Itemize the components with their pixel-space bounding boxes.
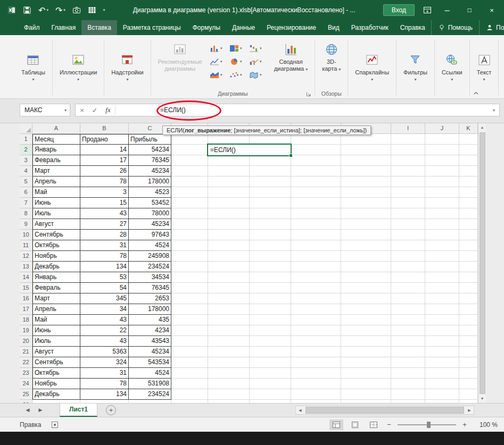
cell-c4[interactable]: 45234	[129, 166, 171, 177]
cell-h23[interactable]	[341, 368, 391, 379]
cell-b16[interactable]: 345	[80, 293, 129, 304]
cell-a10[interactable]: Сентябрь	[32, 230, 80, 240]
cell-i1[interactable]	[391, 134, 425, 145]
cell-h25[interactable]	[341, 389, 391, 400]
cell-a20[interactable]: Июль	[32, 336, 80, 347]
cell-a12[interactable]: Ноябрь	[32, 251, 80, 262]
cell-i24[interactable]	[391, 379, 425, 389]
cell-g11[interactable]	[291, 240, 341, 251]
cell-g8[interactable]	[291, 208, 341, 219]
insert-line-chart-button[interactable]: ▾	[209, 55, 228, 68]
cell-b25[interactable]: 134	[80, 389, 129, 400]
cell-k13[interactable]	[459, 262, 478, 272]
tab-page-layout[interactable]: Разметка страницы	[117, 20, 187, 35]
cell-j2[interactable]	[425, 145, 459, 155]
vertical-scrollbar-thumb[interactable]	[480, 132, 485, 394]
cell-i25[interactable]	[391, 389, 425, 400]
tell-me-button[interactable]: Помощь	[431, 20, 479, 35]
cell-j20[interactable]	[425, 336, 459, 347]
cell-j7[interactable]	[425, 198, 459, 208]
cell-b19[interactable]: 22	[80, 325, 129, 336]
cell-c5[interactable]: 178000	[129, 177, 171, 187]
formula-input[interactable]: =ЕСЛИ()	[160, 106, 186, 114]
cell-c15[interactable]: 76345	[129, 283, 171, 293]
row-header-6[interactable]: 6	[20, 187, 32, 198]
sign-in-button[interactable]: Вход	[383, 4, 415, 16]
cell-g25[interactable]	[291, 389, 341, 400]
cell-f19[interactable]	[250, 325, 291, 336]
cell-i4[interactable]	[391, 166, 425, 177]
cell-d6[interactable]	[171, 187, 208, 198]
row-header-2[interactable]: 2	[20, 145, 32, 155]
hscroll-left-button[interactable]: ◀	[296, 406, 304, 414]
cell-i6[interactable]	[391, 187, 425, 198]
cell-e9[interactable]	[208, 219, 250, 230]
cell-a13[interactable]: Декабрь	[32, 262, 80, 272]
cell-i2[interactable]	[391, 145, 425, 155]
row-header-3[interactable]: 3	[20, 155, 32, 166]
cell-a7[interactable]: Июнь	[32, 198, 80, 208]
cell-f13[interactable]	[250, 262, 291, 272]
cell-b4[interactable]: 26	[80, 166, 129, 177]
cell-c2[interactable]: 54234	[129, 145, 171, 155]
cell-f22[interactable]	[250, 357, 291, 368]
view-page-break-button[interactable]	[367, 419, 381, 430]
cell-i11[interactable]	[391, 240, 425, 251]
row-header-7[interactable]: 7	[20, 198, 32, 208]
formula-bar-splitter[interactable]	[70, 104, 75, 116]
name-box[interactable]: МАКС ▾	[20, 104, 70, 116]
row-header-23[interactable]: 23	[20, 368, 32, 379]
cell-c21[interactable]: 45234	[129, 347, 171, 357]
cell-d2[interactable]	[171, 145, 208, 155]
cell-c18[interactable]: 435	[129, 315, 171, 325]
cell-f24[interactable]	[250, 379, 291, 389]
cell-e8[interactable]	[208, 208, 250, 219]
cell-j18[interactable]	[425, 315, 459, 325]
cell-a5[interactable]: Апрель	[32, 177, 80, 187]
table-quick-button[interactable]	[88, 6, 96, 14]
cell-h3[interactable]	[341, 155, 391, 166]
cell-e4[interactable]	[208, 166, 250, 177]
enter-button[interactable]: ✓	[88, 106, 101, 114]
cell-g24[interactable]	[291, 379, 341, 389]
cell-e12[interactable]	[208, 251, 250, 262]
cell-f9[interactable]	[250, 219, 291, 230]
cell-f11[interactable]	[250, 240, 291, 251]
name-box-dropdown-icon[interactable]: ▾	[61, 108, 70, 113]
cell-g9[interactable]	[291, 219, 341, 230]
cell-c9[interactable]: 45234	[129, 219, 171, 230]
cell-g19[interactable]	[291, 325, 341, 336]
row-header-18[interactable]: 18	[20, 315, 32, 325]
cell-i3[interactable]	[391, 155, 425, 166]
cell-k20[interactable]	[459, 336, 478, 347]
cell-e20[interactable]	[208, 336, 250, 347]
cell-g21[interactable]	[291, 347, 341, 357]
minimize-button[interactable]: ─	[440, 6, 454, 14]
cell-b5[interactable]: 78	[80, 177, 129, 187]
cell-g18[interactable]	[291, 315, 341, 325]
cell-g15[interactable]	[291, 283, 341, 293]
cell-f6[interactable]	[250, 187, 291, 198]
cell-c11[interactable]: 4524	[129, 240, 171, 251]
cell-d14[interactable]	[171, 272, 208, 283]
cell-h16[interactable]	[341, 293, 391, 304]
cell-k5[interactable]	[459, 177, 478, 187]
cell-k2[interactable]	[459, 145, 478, 155]
cell-b1[interactable]: Продано	[80, 134, 129, 145]
cell-e22[interactable]	[208, 357, 250, 368]
cell-k22[interactable]	[459, 357, 478, 368]
cell-f25[interactable]	[250, 389, 291, 400]
cell-b24[interactable]: 78	[80, 379, 129, 389]
cell-h2[interactable]	[341, 145, 391, 155]
cell-a17[interactable]: Апрель	[32, 304, 80, 315]
cell-g4[interactable]	[291, 166, 341, 177]
hscroll-right-button[interactable]: ▶	[465, 406, 474, 414]
filters-button[interactable]: Фильтры▾	[398, 36, 433, 98]
cell-k4[interactable]	[459, 166, 478, 177]
cell-j24[interactable]	[425, 379, 459, 389]
cell-h6[interactable]	[341, 187, 391, 198]
cell-d15[interactable]	[171, 283, 208, 293]
column-header-k[interactable]: K	[459, 123, 478, 134]
cell-k9[interactable]	[459, 219, 478, 230]
cell-j10[interactable]	[425, 230, 459, 240]
